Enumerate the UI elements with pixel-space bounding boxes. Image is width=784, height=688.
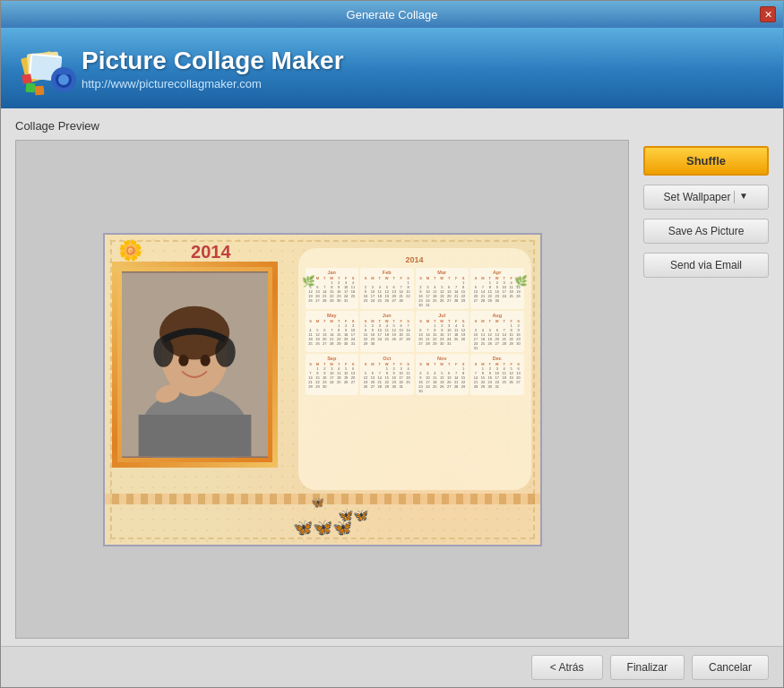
preview-area: Collage Preview 2014 Happy New Year	[15, 119, 629, 639]
buttons-panel: Shuffle Set Wallpaper ▼ Save As Picture …	[643, 119, 769, 639]
header-banner: Picture Collage Maker http://www/picture…	[1, 28, 783, 108]
svg-rect-8	[22, 73, 32, 84]
send-via-email-button[interactable]: Send via Email	[643, 253, 769, 278]
calendar-month-oct: OctSMTWTFS123456789101112131415161718192…	[360, 354, 414, 395]
calendar-month-sep: SepSMTWTFS123456789101112131415161718192…	[306, 354, 359, 395]
svg-point-15	[153, 337, 173, 367]
year-number: 2014	[177, 242, 246, 262]
back-button[interactable]: < Atrás	[531, 655, 603, 680]
photo-frame-inner	[122, 271, 268, 458]
wallpaper-dropdown-arrow: ▼	[734, 191, 748, 203]
calendar-year-label: 2014	[306, 255, 524, 264]
calendar-month-nov: NovSMTWTFS123456789101112131415161718192…	[416, 354, 470, 395]
svg-rect-9	[26, 83, 36, 93]
calendar-area: 2014 🌿 🌿 JanSMTWTFS123456789101112131415…	[298, 248, 531, 490]
svg-rect-7	[56, 71, 71, 74]
butterfly-decoration-2: 🦋🦋	[338, 508, 368, 522]
calendar-month-dec: DecSMTWTFS123456789101112131415161718192…	[470, 354, 524, 395]
close-button[interactable]: ✕	[760, 6, 776, 22]
main-content: Collage Preview 2014 Happy New Year	[1, 108, 783, 646]
app-website: http://www/picturecollagmaker.com	[82, 77, 344, 90]
svg-point-6	[58, 74, 69, 85]
flower-decoration: 🌼	[118, 239, 142, 262]
finish-button[interactable]: Finalizar	[610, 655, 685, 680]
svg-point-18	[200, 354, 210, 366]
set-wallpaper-button[interactable]: Set Wallpaper ▼	[643, 185, 769, 210]
calendar-month-aug: AugSMTWTFS123456789101112131415161718192…	[470, 311, 524, 352]
collage-canvas: 2014 Happy New Year 🌼	[103, 233, 542, 546]
calendar-month-jan: JanSMTWTFS123456789101112131415161718192…	[306, 268, 359, 309]
footer: < Atrás Finalizar Cancelar	[1, 646, 783, 687]
calendar-month-apr: AprSMTWTFS123456789101112131415161718192…	[470, 268, 524, 309]
set-wallpaper-label: Set Wallpaper	[664, 191, 731, 203]
preview-box: 2014 Happy New Year 🌼	[15, 140, 629, 639]
collage-section: Collage Preview 2014 Happy New Year	[15, 119, 769, 639]
butterfly-decoration-3: 🦋	[311, 496, 324, 509]
leaf-left-icon: 🌿	[302, 275, 315, 288]
calendar-month-may: MaySMTWTFS123456789101112131415161718192…	[306, 311, 359, 352]
calendar-month-feb: FebSMTWTFS123456789101112131415161718192…	[360, 268, 414, 309]
photo-frame	[112, 262, 278, 468]
cancel-button[interactable]: Cancelar	[692, 655, 769, 680]
calendar-grid: JanSMTWTFS123456789101112131415161718192…	[306, 268, 524, 395]
header-text: Picture Collage Maker http://www/picture…	[82, 46, 344, 91]
calendar-month-mar: MarSMTWTFS123456789101112131415161718192…	[416, 268, 470, 309]
main-window: Generate Collage ✕ Picture Collage Maker…	[0, 0, 784, 688]
preview-label: Collage Preview	[15, 119, 629, 133]
shuffle-button[interactable]: Shuffle	[643, 146, 769, 176]
calendar-month-jul: JulSMTWTFS123456789101112131415161718192…	[416, 311, 470, 352]
app-name: Picture Collage Maker	[82, 46, 344, 76]
svg-point-16	[215, 337, 235, 367]
save-as-picture-button[interactable]: Save As Picture	[643, 219, 769, 244]
svg-rect-19	[138, 414, 251, 456]
svg-point-17	[178, 354, 188, 366]
leaf-right-icon: 🌿	[514, 275, 528, 288]
title-bar: Generate Collage ✕	[1, 1, 783, 28]
app-logo	[19, 37, 82, 99]
svg-rect-10	[35, 86, 45, 96]
person-photo-svg	[122, 271, 268, 458]
window-title: Generate Collage	[24, 8, 760, 22]
calendar-month-jun: JunSMTWTFS123456789101112131415161718192…	[360, 311, 414, 352]
